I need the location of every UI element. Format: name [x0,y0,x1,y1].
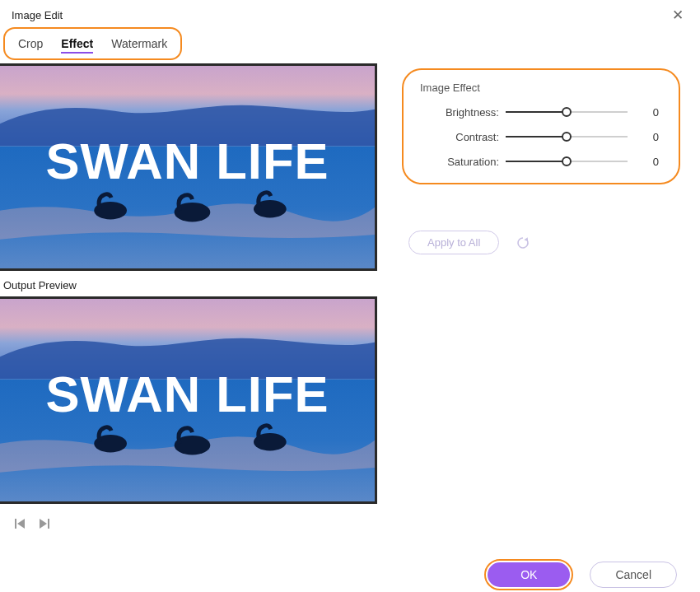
window-title: Image Edit [12,9,63,21]
image-effect-panel: Image Effect Brightness: 0 Contrast: 0 S… [402,68,680,184]
tab-crop[interactable]: Crop [18,35,43,54]
ok-highlight-annotation: OK [484,559,573,590]
output-preview-label: Output Preview [0,271,379,296]
output-preview: SWAN LIFE [0,296,377,504]
svg-rect-10 [15,519,16,529]
brightness-slider[interactable] [506,105,628,119]
svg-rect-13 [48,519,49,529]
svg-marker-12 [40,519,47,529]
image-effect-title: Image Effect [420,82,659,94]
cancel-button[interactable]: Cancel [590,562,677,588]
dialog-footer: OK Cancel [484,559,677,590]
saturation-value: 0 [636,156,659,168]
reset-icon[interactable] [516,235,530,250]
svg-marker-14 [525,237,529,241]
source-preview: SWAN LIFE [0,63,377,271]
ok-button[interactable]: OK [488,562,570,587]
svg-marker-11 [17,519,25,529]
saturation-label: Saturation: [420,156,506,168]
next-frame-icon[interactable] [38,517,51,530]
contrast-slider[interactable] [506,130,628,143]
playback-controls [0,504,379,538]
tabs-container: Crop Effect Watermark [5,32,180,57]
contrast-label: Contrast: [420,131,506,143]
titlebar: Image Edit ✕ [0,0,700,29]
prev-frame-icon[interactable] [13,517,26,530]
apply-to-all-button[interactable]: Apply to All [408,231,499,254]
close-icon[interactable]: ✕ [667,7,688,24]
output-overlay-text: SWAN LIFE [45,366,329,422]
tab-watermark[interactable]: Watermark [111,35,167,54]
contrast-value: 0 [636,131,659,143]
saturation-slider[interactable] [506,155,628,168]
brightness-label: Brightness: [420,106,506,119]
preview-overlay-text: SWAN LIFE [45,133,329,189]
tab-effect[interactable]: Effect [61,35,93,54]
brightness-value: 0 [636,106,659,119]
